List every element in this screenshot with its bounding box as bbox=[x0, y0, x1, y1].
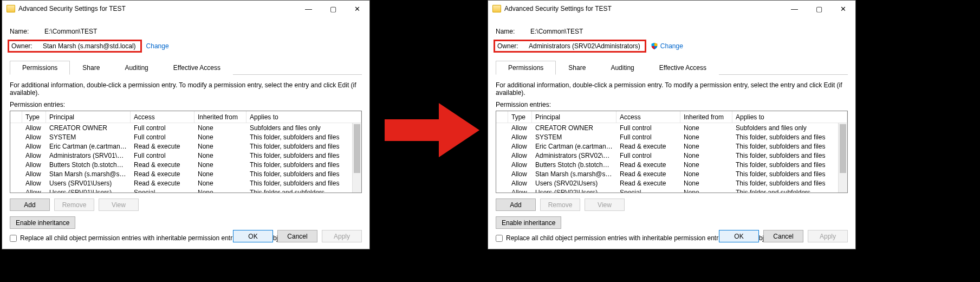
replace-checkbox[interactable] bbox=[496, 235, 503, 242]
cell-applies: This folder, subfolders and files bbox=[246, 133, 361, 141]
enable-inheritance-button[interactable]: Enable inheritance bbox=[496, 216, 561, 229]
tab-auditing[interactable]: Auditing bbox=[112, 61, 160, 75]
table-body[interactable]: AllowCREATOR OWNERFull controlNoneSubfol… bbox=[10, 123, 361, 193]
cell-principal: Butters Stotch (b.stotch@std... bbox=[532, 161, 616, 169]
col-type[interactable]: Type bbox=[508, 111, 532, 123]
titlebar[interactable]: Advanced Security Settings for TEST — ▢ … bbox=[488, 1, 855, 17]
table-row[interactable]: AllowEric Cartman (e.cartman@st...Read &… bbox=[496, 142, 847, 151]
col-icon[interactable] bbox=[496, 111, 508, 123]
col-applies[interactable]: Applies to bbox=[246, 111, 361, 123]
col-type[interactable]: Type bbox=[22, 111, 46, 123]
col-inherited[interactable]: Inherited from bbox=[194, 111, 246, 123]
replace-checkbox[interactable] bbox=[10, 235, 17, 242]
cell-applies: This folder, subfolders and files bbox=[246, 180, 361, 187]
col-principal[interactable]: Principal bbox=[46, 111, 131, 123]
col-inherited[interactable]: Inherited from bbox=[680, 111, 732, 123]
view-button: View bbox=[585, 198, 625, 211]
close-button[interactable]: ✕ bbox=[345, 1, 369, 17]
tab-permissions[interactable]: Permissions bbox=[10, 61, 70, 75]
col-applies[interactable]: Applies to bbox=[732, 111, 847, 123]
table-row[interactable]: AllowUsers (SRV01\Users)Read & executeNo… bbox=[10, 178, 361, 188]
ok-button[interactable]: OK bbox=[233, 230, 273, 242]
cell-inherited: None bbox=[194, 170, 246, 178]
table-body[interactable]: AllowCREATOR OWNERFull controlNoneSubfol… bbox=[496, 123, 847, 193]
name-value: E:\Common\TEST bbox=[530, 28, 583, 35]
window-title: Advanced Security Settings for TEST bbox=[18, 5, 296, 12]
cell-access: Read & execute bbox=[131, 180, 194, 187]
table-row[interactable]: AllowUsers (SRV01\Users)SpecialNoneThis … bbox=[10, 188, 361, 193]
table-row[interactable]: AllowButters Stotch (b.stotch@std...Read… bbox=[496, 160, 847, 169]
maximize-button[interactable]: ▢ bbox=[321, 1, 345, 17]
cell-principal: Users (SRV02\Users) bbox=[532, 180, 616, 187]
add-button[interactable]: Add bbox=[10, 198, 50, 211]
col-access[interactable]: Access bbox=[616, 111, 680, 123]
table-row[interactable]: AllowCREATOR OWNERFull controlNoneSubfol… bbox=[10, 123, 361, 132]
cell-applies: This folder, subfolders and files bbox=[732, 180, 847, 187]
tabs: Permissions Share Auditing Effective Acc… bbox=[10, 60, 362, 75]
scroll-thumb[interactable] bbox=[840, 124, 846, 173]
name-label: Name: bbox=[10, 28, 44, 35]
folder-icon bbox=[492, 5, 501, 12]
uac-shield-icon bbox=[651, 42, 658, 50]
table-row[interactable]: AllowCREATOR OWNERFull controlNoneSubfol… bbox=[496, 123, 847, 132]
permissions-table[interactable]: Type Principal Access Inherited from App… bbox=[496, 111, 848, 193]
info-text: For additional information, double-click… bbox=[496, 81, 848, 97]
table-row[interactable]: AllowStan Marsh (s.marsh@std.loc...Read … bbox=[496, 169, 847, 178]
minimize-button[interactable]: — bbox=[296, 1, 321, 17]
table-row[interactable]: AllowAdministrators (SRV01\Admi...Full c… bbox=[10, 151, 361, 160]
titlebar[interactable]: Advanced Security Settings for TEST — ▢ … bbox=[2, 1, 369, 17]
scrollbar[interactable] bbox=[352, 123, 361, 193]
cell-type: Allow bbox=[508, 133, 532, 141]
cancel-button[interactable]: Cancel bbox=[277, 230, 317, 242]
permissions-table[interactable]: Type Principal Access Inherited from App… bbox=[10, 111, 362, 193]
ok-button[interactable]: OK bbox=[719, 230, 759, 242]
tab-share[interactable]: Share bbox=[70, 61, 112, 75]
cell-principal: Administrators (SRV01\Admi... bbox=[46, 152, 131, 159]
cell-type: Allow bbox=[508, 143, 532, 150]
scroll-thumb[interactable] bbox=[354, 124, 360, 173]
minimize-button[interactable]: — bbox=[782, 1, 807, 17]
table-row[interactable]: AllowAdministrators (SRV02\Admi...Full c… bbox=[496, 151, 847, 160]
tab-effective-access[interactable]: Effective Access bbox=[647, 61, 719, 75]
change-owner-link[interactable]: Change bbox=[651, 42, 683, 50]
name-row: Name: E:\Common\TEST bbox=[10, 25, 362, 37]
change-owner-link[interactable]: Change bbox=[146, 42, 169, 50]
cell-applies: This folder, subfolders and files bbox=[246, 143, 361, 150]
table-row[interactable]: AllowSYSTEMFull controlNoneThis folder, … bbox=[10, 132, 361, 142]
owner-value: Administrators (SRV02\Administrators) bbox=[529, 42, 644, 50]
owner-row-highlighted: Owner: Stan Marsh (s.marsh@std.local) bbox=[8, 40, 142, 53]
owner-wrap: Owner: Stan Marsh (s.marsh@std.local) Ch… bbox=[10, 40, 362, 53]
cell-principal: CREATOR OWNER bbox=[532, 124, 616, 132]
col-principal[interactable]: Principal bbox=[532, 111, 616, 123]
cell-type: Allow bbox=[22, 133, 46, 141]
entry-buttons: Add Remove View bbox=[496, 198, 848, 211]
scrollbar[interactable] bbox=[838, 123, 847, 193]
apply-button: Apply bbox=[808, 230, 848, 242]
cell-type: Allow bbox=[508, 161, 532, 169]
cell-type: Allow bbox=[508, 180, 532, 187]
table-row[interactable]: AllowSYSTEMFull controlNoneThis folder, … bbox=[496, 132, 847, 142]
cell-access: Read & execute bbox=[131, 143, 194, 150]
enable-inheritance-button[interactable]: Enable inheritance bbox=[10, 216, 75, 229]
col-icon[interactable] bbox=[10, 111, 22, 123]
bottom-buttons: OK Cancel Apply bbox=[719, 230, 848, 242]
table-row[interactable]: AllowButters Stotch (b.stotch@std...Read… bbox=[10, 160, 361, 169]
table-row[interactable]: AllowUsers (SRV02\Users)Read & executeNo… bbox=[496, 178, 847, 188]
add-button[interactable]: Add bbox=[496, 198, 536, 211]
enable-inheritance-row: Enable inheritance bbox=[10, 216, 362, 229]
tab-effective-access[interactable]: Effective Access bbox=[161, 61, 233, 75]
change-link-text: Change bbox=[146, 42, 169, 50]
cell-type: Allow bbox=[508, 170, 532, 178]
col-access[interactable]: Access bbox=[131, 111, 194, 123]
tab-auditing[interactable]: Auditing bbox=[598, 61, 646, 75]
table-row[interactable]: AllowUsers (SRV02\Users)SpecialNoneThis … bbox=[496, 188, 847, 193]
table-row[interactable]: AllowStan Marsh (s.marsh@std.loc...Read … bbox=[10, 169, 361, 178]
tab-permissions[interactable]: Permissions bbox=[496, 61, 556, 75]
maximize-button[interactable]: ▢ bbox=[807, 1, 831, 17]
cancel-button[interactable]: Cancel bbox=[763, 230, 803, 242]
dialog-content: Name: E:\Common\TEST Owner: Administrato… bbox=[488, 17, 855, 248]
close-button[interactable]: ✕ bbox=[831, 1, 855, 17]
table-row[interactable]: AllowEric Cartman (e.cartman@st...Read &… bbox=[10, 142, 361, 151]
tab-share[interactable]: Share bbox=[556, 61, 598, 75]
info-text: For additional information, double-click… bbox=[10, 81, 362, 97]
